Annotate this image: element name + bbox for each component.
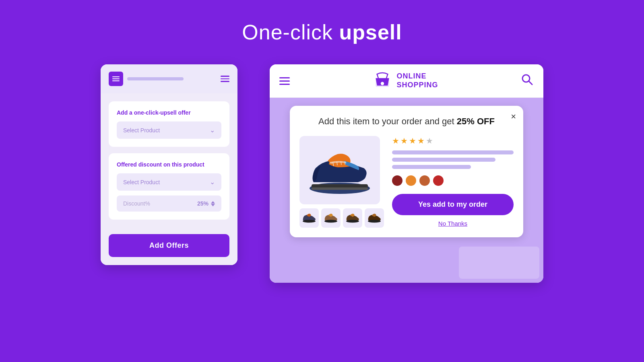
discount-section-title: Offered discount on this product — [117, 161, 221, 168]
thumb-2[interactable] — [321, 208, 341, 228]
chevron-down-icon-2: ⌄ — [210, 178, 215, 186]
svg-line-2 — [386, 74, 388, 78]
desc-line-2 — [392, 158, 495, 162]
discount-label: Discount% — [123, 200, 150, 207]
admin-section-discount: Offered discount on this product Select … — [109, 153, 229, 220]
star-3: ★ — [409, 136, 416, 146]
color-swatch-2[interactable] — [406, 175, 416, 186]
search-icon[interactable] — [521, 73, 534, 89]
popup-title-regular: Add this item to your order and get — [318, 116, 457, 126]
popup-title: Add this item to your order and get 25% … — [299, 115, 514, 128]
admin-icon — [109, 72, 123, 86]
thumb-1[interactable] — [299, 208, 319, 228]
content-area: Add a one-click-upsell offer Select Prod… — [0, 64, 644, 283]
shop-logo: ONLINE SHOPPING — [372, 71, 438, 91]
star-rating: ★ ★ ★ ★ ★ — [392, 136, 514, 146]
popup-title-bold: 25% OFF — [457, 116, 495, 126]
chevron-down-icon-1: ⌄ — [210, 126, 215, 134]
upsell-popup: × Add this item to your order and get 25… — [290, 106, 523, 237]
thumb-3[interactable] — [343, 208, 362, 228]
star-2: ★ — [400, 136, 408, 146]
product-description-lines — [392, 150, 514, 169]
upsell-section-title: Add a one-click-upsell offer — [117, 109, 221, 116]
star-1: ★ — [392, 136, 399, 146]
discount-spinner[interactable] — [211, 201, 215, 206]
discount-value: 25% — [197, 200, 208, 207]
select-product-dropdown-1[interactable]: Select Product ⌄ — [117, 121, 221, 139]
product-info: ★ ★ ★ ★ ★ — [392, 136, 514, 227]
admin-section-upsell: Add a one-click-upsell offer Select Prod… — [109, 101, 229, 147]
thumb-4[interactable] — [365, 208, 384, 228]
discount-input: Discount% 25% — [117, 195, 221, 212]
desc-line-3 — [392, 165, 471, 169]
svg-line-8 — [337, 162, 337, 165]
title-bold: upsell — [339, 21, 402, 44]
svg-point-15 — [346, 220, 359, 222]
yes-add-to-order-button[interactable]: Yes add to my order — [392, 194, 514, 215]
select-product-dropdown-2[interactable]: Select Product ⌄ — [117, 173, 221, 191]
star-5: ★ — [426, 136, 433, 146]
shop-logo-online: ONLINE — [396, 72, 438, 81]
product-thumbnails — [299, 208, 384, 228]
shopping-cart-icon — [372, 71, 392, 91]
svg-line-5 — [529, 81, 532, 84]
close-icon[interactable]: × — [511, 112, 516, 121]
svg-point-14 — [324, 220, 337, 222]
discount-value-area: 25% — [197, 200, 215, 207]
admin-panel-footer: Add Offers — [101, 228, 237, 265]
title-regular: One-click — [242, 21, 339, 44]
desc-line-1 — [392, 150, 514, 154]
shop-header: ONLINE SHOPPING — [270, 64, 543, 98]
shop-body: × Add this item to your order and get 25… — [270, 98, 543, 283]
admin-header-bar — [127, 77, 184, 80]
shop-menu-icon[interactable] — [279, 77, 290, 85]
admin-panel-header — [101, 64, 237, 93]
star-4: ★ — [417, 136, 425, 146]
svg-point-16 — [368, 220, 381, 222]
svg-point-13 — [303, 220, 316, 222]
admin-panel: Add a one-click-upsell offer Select Prod… — [101, 64, 237, 265]
select-product-label-2: Select Product — [123, 179, 160, 185]
product-main-image — [299, 136, 380, 204]
svg-line-1 — [377, 74, 378, 78]
select-product-label-1: Select Product — [123, 127, 160, 134]
add-offers-button[interactable]: Add Offers — [109, 234, 229, 257]
popup-content: ★ ★ ★ ★ ★ — [299, 136, 514, 228]
product-image-area — [299, 136, 384, 228]
product-shoe-image — [305, 144, 374, 196]
shop-logo-shopping: SHOPPING — [396, 81, 438, 90]
shop-logo-text: ONLINE SHOPPING — [396, 72, 438, 89]
color-swatches — [392, 175, 514, 186]
svg-rect-12 — [312, 187, 368, 190]
hamburger-icon[interactable] — [221, 76, 229, 82]
shop-panel: ONLINE SHOPPING × Add this item to your … — [270, 64, 543, 283]
svg-line-9 — [341, 161, 341, 165]
admin-header-left — [109, 72, 184, 86]
color-swatch-1[interactable] — [392, 175, 402, 186]
no-thanks-link[interactable]: No Thanks — [392, 220, 514, 227]
admin-panel-body: Add a one-click-upsell offer Select Prod… — [101, 93, 237, 228]
bg-decoration — [459, 247, 539, 279]
page-title: One-click upsell — [242, 20, 402, 44]
color-swatch-3[interactable] — [419, 175, 430, 186]
color-swatch-4[interactable] — [433, 175, 444, 186]
